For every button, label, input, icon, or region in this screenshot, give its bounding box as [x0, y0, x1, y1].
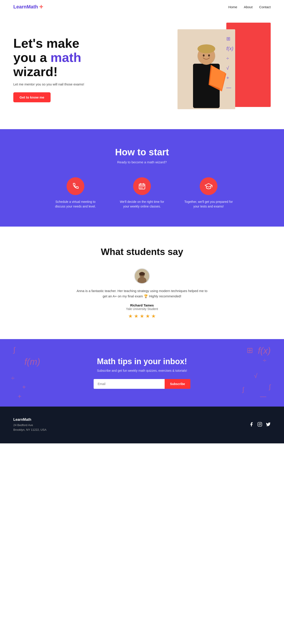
- twitter-icon[interactable]: [266, 422, 271, 428]
- deco-symbol-2: f(m): [24, 357, 40, 367]
- nav-home[interactable]: Home: [228, 5, 237, 9]
- newsletter-form: Subscribe: [13, 379, 271, 389]
- svg-point-22: [261, 423, 261, 424]
- footer-brand: LearnMath: [13, 418, 46, 422]
- math-symbols-decoration: ⊞ f(x) ÷ √ + —: [226, 36, 234, 90]
- logo-text: Learn: [13, 4, 26, 10]
- nav-contact[interactable]: Contact: [259, 5, 271, 9]
- footer-address-line2: Brooklyn, NY 11222, USA: [13, 428, 46, 432]
- hero-cta-button[interactable]: Get to know me: [13, 92, 50, 102]
- svg-point-8: [208, 54, 210, 56]
- deco-symbol-12: ∫: [242, 386, 244, 393]
- step-1-text: Schedule a virtual meeting to discuss yo…: [51, 200, 100, 209]
- twitter-svg: [266, 422, 271, 427]
- hero-left: Let's make you a math wizard! Let me men…: [13, 36, 142, 102]
- reviewer-avatar: [134, 268, 150, 284]
- deco-symbol-3: ÷: [11, 374, 14, 382]
- deco-symbol-1: ∫: [13, 346, 15, 354]
- nav-links: Home About Contact: [228, 5, 271, 9]
- hero-right: ⊞ f(x) ÷ √ + —: [142, 27, 271, 112]
- deco-symbol-5: f(x): [258, 346, 271, 356]
- step-2-icon: [133, 177, 151, 195]
- step-1-icon: [66, 177, 84, 195]
- svg-point-14: [142, 188, 142, 188]
- newsletter-title: Math tips in your inbox!: [13, 357, 271, 366]
- steps-container: Schedule a virtual meeting to discuss yo…: [13, 177, 271, 209]
- footer-address-line1: 24 Bedford Ave: [13, 423, 46, 428]
- svg-point-12: [143, 186, 144, 187]
- facebook-icon[interactable]: [249, 422, 254, 428]
- deco-symbol-11: —: [260, 393, 266, 400]
- step-3-text: Together, we'll get you prepared for you…: [184, 200, 233, 209]
- logo-math: Math: [26, 4, 38, 10]
- math-sym-minus: —: [226, 85, 234, 90]
- how-to-start-section: How to start Ready to become a math wiza…: [0, 129, 284, 226]
- step-2: We'll decide on the right time for your …: [118, 177, 166, 209]
- subscribe-button[interactable]: Subscribe: [165, 379, 190, 389]
- navbar: LearnMath ✛ Home About Contact: [0, 0, 284, 14]
- avatar-image: [135, 269, 149, 283]
- footer-left: LearnMath 24 Bedford Ave Brooklyn, NY 11…: [13, 418, 46, 432]
- hero-heading: Let's make you a math wizard!: [13, 36, 142, 78]
- reviewer-school: Yale University Student: [76, 307, 208, 311]
- newsletter-subtitle: Subscribe and get fun weekly math quizze…: [13, 369, 271, 372]
- deco-symbol-9: ∫: [269, 384, 271, 390]
- math-sym-divide: ÷: [226, 56, 234, 61]
- email-input[interactable]: [94, 379, 165, 389]
- nav-about[interactable]: About: [244, 5, 252, 9]
- math-sym-calculator: ⊞: [226, 36, 234, 42]
- testimonial-card: Anna is a fantastic teacher. Her teachin…: [76, 268, 208, 319]
- deco-symbol-7: √: [254, 372, 258, 380]
- svg-point-10: [140, 186, 141, 187]
- step-3-icon: [200, 177, 218, 195]
- math-sym-plus: +: [226, 75, 234, 81]
- instagram-icon[interactable]: [258, 422, 262, 428]
- logo-plus-icon: ✛: [39, 4, 43, 9]
- star-rating: ★ ★ ★ ★ ★: [76, 313, 208, 319]
- logo: LearnMath ✛: [13, 4, 43, 10]
- svg-point-11: [142, 186, 142, 187]
- deco-symbol-8: ⊞: [247, 346, 253, 354]
- svg-point-6: [198, 44, 215, 53]
- footer: LearnMath 24 Bedford Ave Brooklyn, NY 11…: [0, 406, 284, 444]
- testimonials-section: What students say Anna is a fantastic te…: [0, 226, 284, 339]
- newsletter-section: ∫ f(m) ÷ + f(x) ÷ √ ⊞ ∫ + — ∫ Math tips …: [0, 339, 284, 406]
- svg-point-7: [203, 54, 204, 56]
- testimonials-title: What students say: [13, 246, 271, 257]
- deco-symbol-10: +: [18, 393, 21, 400]
- deco-symbol-6: ÷: [263, 357, 266, 364]
- social-icons: [249, 422, 271, 428]
- how-start-title: How to start: [13, 147, 271, 158]
- how-start-subtitle: Ready to become a math wizard?: [13, 160, 271, 164]
- math-sym-fx: f(x): [226, 46, 234, 52]
- math-sym-sqrt: √: [226, 65, 234, 71]
- instagram-svg: [258, 422, 262, 427]
- deco-symbol-4: +: [22, 384, 26, 390]
- testimonial-text: Anna is a fantastic teacher. Her teachin…: [76, 288, 208, 299]
- reviewer-name: Richard Tames: [76, 303, 208, 307]
- step-1: Schedule a virtual meeting to discuss yo…: [51, 177, 100, 209]
- phone-icon: [72, 182, 80, 190]
- hero-section: Let's make you a math wizard! Let me men…: [0, 14, 284, 129]
- step-2-text: We'll decide on the right time for your …: [118, 200, 166, 209]
- svg-point-21: [259, 424, 260, 425]
- graduation-icon: [204, 182, 213, 190]
- calendar-icon: [138, 182, 146, 190]
- hero-subtext: Let me mentor you so you will nail those…: [13, 82, 142, 86]
- step-3: Together, we'll get you prepared for you…: [184, 177, 233, 209]
- facebook-svg: [249, 422, 254, 427]
- svg-point-18: [139, 272, 145, 276]
- svg-rect-20: [258, 422, 262, 426]
- svg-point-13: [140, 188, 141, 188]
